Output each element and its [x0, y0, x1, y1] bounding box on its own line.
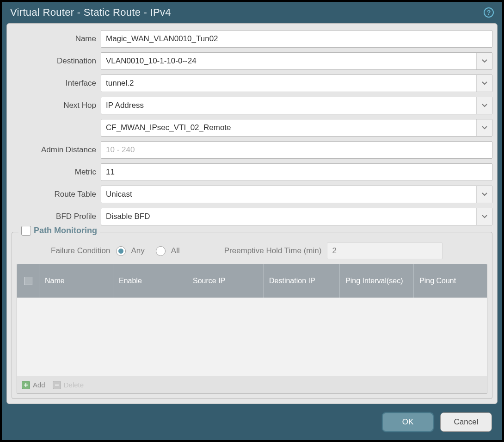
chevron-down-icon — [476, 119, 492, 136]
chevron-down-icon — [476, 97, 492, 114]
path-monitoring-label: Path Monitoring — [34, 226, 97, 236]
failure-condition-label: Failure Condition — [51, 246, 111, 255]
failure-any-radio[interactable] — [116, 246, 126, 256]
col-ping-count: Ping Count — [414, 264, 487, 298]
col-ping-interval: Ping Interval(sec) — [340, 264, 414, 298]
dialog-window: Virtual Router - Static Route - IPv4 ? N… — [0, 0, 504, 442]
nexthop-value-select[interactable]: CF_MWAN_IPsec_VTI_02_Remote — [101, 119, 492, 137]
name-label: Name — [12, 34, 97, 44]
bfd-select[interactable]: Disable BFD — [101, 208, 492, 225]
admindist-input[interactable]: 10 - 240 — [101, 141, 492, 159]
col-enable: Enable — [113, 264, 187, 298]
dialog-footer: OK Cancel — [2, 404, 502, 440]
form-grid: Name Magic_WAN_VLAN0010_Tun02 Destinatio… — [12, 30, 492, 225]
holdtime-input[interactable]: 2 — [327, 243, 443, 259]
bfd-label: BFD Profile — [12, 212, 97, 221]
path-monitoring-fieldset: Path Monitoring Failure Condition Any Al… — [12, 232, 492, 399]
checkbox-icon — [24, 277, 32, 285]
failure-any-label: Any — [131, 246, 145, 255]
holdtime-value: 2 — [332, 246, 336, 255]
name-value: Magic_WAN_VLAN0010_Tun02 — [106, 34, 218, 44]
bfd-value: Disable BFD — [101, 212, 476, 221]
minus-icon: − — [53, 381, 61, 389]
interface-value: tunnel.2 — [101, 79, 476, 88]
cancel-button[interactable]: Cancel — [440, 412, 492, 432]
plus-icon: + — [22, 381, 30, 389]
content-area: Name Magic_WAN_VLAN0010_Tun02 Destinatio… — [6, 23, 498, 404]
metric-value: 11 — [106, 168, 115, 177]
path-monitoring-legend: Path Monitoring — [18, 226, 100, 236]
delete-button[interactable]: − Delete — [53, 381, 84, 389]
col-destination-ip: Destination IP — [264, 264, 340, 298]
add-button[interactable]: + Add — [22, 381, 45, 389]
nexthop-label: Next Hop — [12, 101, 97, 110]
failure-all-radio[interactable] — [156, 246, 166, 256]
admindist-label: Admin Distance — [12, 145, 97, 155]
chevron-down-icon — [476, 186, 492, 203]
destination-label: Destination — [12, 56, 97, 66]
window-title: Virtual Router - Static Route - IPv4 — [10, 6, 171, 19]
path-monitoring-checkbox[interactable] — [21, 226, 31, 236]
help-icon[interactable]: ? — [484, 7, 494, 18]
metric-input[interactable]: 11 — [101, 163, 492, 181]
ok-button[interactable]: OK — [382, 412, 434, 432]
failure-all-label: All — [171, 246, 180, 255]
metric-label: Metric — [12, 168, 97, 177]
destination-value: VLAN0010_10-1-10-0--24 — [101, 56, 476, 66]
routetable-label: Route Table — [12, 190, 97, 199]
nexthop-type-value: IP Address — [101, 101, 476, 110]
interface-label: Interface — [12, 79, 97, 88]
table-body-empty — [17, 298, 487, 376]
interface-select[interactable]: tunnel.2 — [101, 75, 492, 92]
chevron-down-icon — [476, 53, 492, 69]
chevron-down-icon — [476, 75, 492, 92]
chevron-down-icon — [476, 208, 492, 225]
add-label: Add — [33, 381, 45, 389]
nexthop-type-select[interactable]: IP Address — [101, 97, 492, 114]
monitor-table: Name Enable Source IP Destination IP Pin… — [17, 264, 487, 394]
titlebar: Virtual Router - Static Route - IPv4 ? — [2, 2, 502, 23]
table-footer: + Add − Delete — [17, 376, 487, 393]
admindist-placeholder: 10 - 240 — [106, 145, 135, 155]
table-header: Name Enable Source IP Destination IP Pin… — [17, 264, 487, 298]
routetable-value: Unicast — [101, 190, 476, 199]
col-name: Name — [39, 264, 113, 298]
holdtime-label: Preemptive Hold Time (min) — [224, 246, 322, 255]
col-source-ip: Source IP — [187, 264, 264, 298]
name-input[interactable]: Magic_WAN_VLAN0010_Tun02 — [101, 30, 492, 48]
path-monitoring-options: Failure Condition Any All Preemptive Hol… — [17, 243, 487, 259]
routetable-select[interactable]: Unicast — [101, 186, 492, 203]
destination-select[interactable]: VLAN0010_10-1-10-0--24 — [101, 52, 492, 70]
col-select-all[interactable] — [17, 264, 39, 298]
nexthop-value-value: CF_MWAN_IPsec_VTI_02_Remote — [101, 123, 476, 132]
delete-label: Delete — [64, 381, 84, 389]
